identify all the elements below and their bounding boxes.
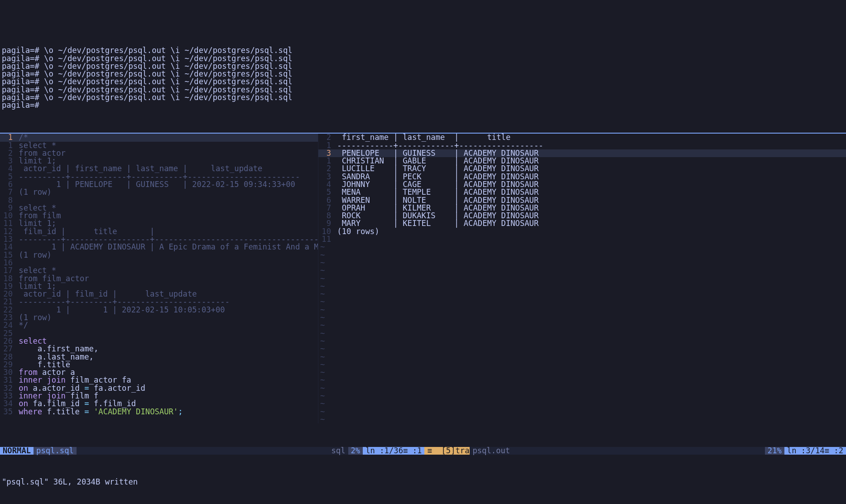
empty-tilde: ~ (318, 337, 846, 345)
empty-tilde: ~ (318, 298, 846, 306)
vim-statusline: NORMAL psql.sql sql 2% ln :1/36≡ :1 ≡ [5… (0, 447, 846, 455)
editor-line[interactable]: 23 (1 row) (0, 314, 318, 322)
editor-line[interactable]: 7 (1 row) (0, 188, 318, 196)
empty-tilde: ~ (318, 369, 846, 376)
empty-tilde: ~ (318, 290, 846, 298)
status-filename-right: psql.out (470, 447, 513, 455)
empty-tilde: ~ (318, 259, 846, 267)
status-diagnostics: ≡ [5]trai… (424, 447, 470, 455)
empty-tilde: ~ (318, 322, 846, 329)
editor-line[interactable]: 25 (0, 330, 318, 337)
editor-line[interactable]: 15 (1 row) (0, 251, 318, 259)
empty-tilde: ~ (318, 400, 846, 408)
empty-tilde: ~ (318, 283, 846, 290)
vim-message-line: "psql.sql" 36L, 2034B written (0, 478, 846, 486)
status-position-right: ln :3/14≡ :2 (784, 447, 846, 455)
terminal-prompt[interactable]: pagila=# (2, 101, 846, 109)
empty-tilde: ~ (318, 251, 846, 259)
status-percent-right: 21% (765, 447, 784, 455)
mode-indicator: NORMAL (0, 447, 34, 455)
empty-tilde: ~ (318, 376, 846, 384)
status-percent-left: 2% (348, 447, 363, 455)
terminal-line: pagila=# \o ~/dev/postgres/psql.out \i ~… (2, 94, 846, 101)
empty-tilde: ~ (318, 384, 846, 392)
empty-tilde: ~ (318, 267, 846, 274)
status-mid-left (77, 447, 329, 455)
empty-tilde: ~ (318, 306, 846, 314)
output-row: 9 MARY | KEITEL | ACADEMY DINOSAUR (318, 220, 846, 227)
empty-tilde: ~ (318, 243, 846, 251)
empty-tilde: ~ (318, 314, 846, 322)
editor-line[interactable]: 35 where f.title = 'ACADEMY DINOSAUR'; (0, 408, 318, 416)
editor-line[interactable]: 24 */ (0, 322, 318, 329)
status-filetype: sql (328, 447, 348, 455)
empty-tilde: ~ (318, 353, 846, 361)
empty-tilde: ~ (318, 392, 846, 400)
empty-tilde: ~ (318, 330, 846, 337)
status-mid-right (513, 447, 765, 455)
empty-tilde: ~ (318, 361, 846, 369)
vim-splits: 1 /*1 select *2 from actor3 limit 1;4 ac… (0, 133, 846, 423)
status-filename-left: psql.sql (34, 447, 77, 455)
output-empty: 11 (318, 235, 846, 243)
vim-split-right[interactable]: 2 first_name | last_name | title1 ------… (318, 134, 846, 423)
vim-split-left[interactable]: 1 /*1 select *2 from actor3 limit 1;4 ac… (0, 134, 318, 423)
empty-tilde: ~ (318, 275, 846, 283)
terminal-pane-top[interactable]: pagila=# \o ~/dev/postgres/psql.out \i ~… (0, 47, 846, 109)
empty-tilde: ~ (318, 345, 846, 353)
empty-tilde: ~ (318, 416, 846, 423)
status-position-left: ln :1/36≡ :1 (363, 447, 424, 455)
output-footer: 10 (10 rows) (318, 228, 846, 235)
empty-tilde: ~ (318, 408, 846, 416)
